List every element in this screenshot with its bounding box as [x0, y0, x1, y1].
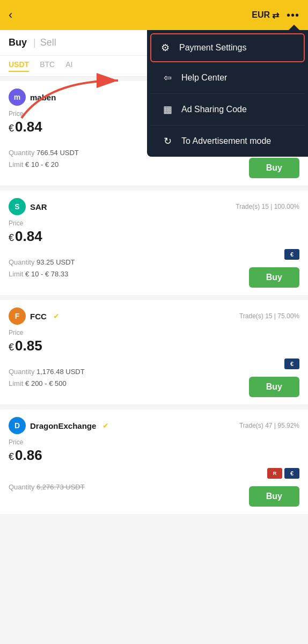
listing-info-maben: Quantity 766.54 USDT Limit € 10 - € 20 — [9, 147, 79, 171]
price-number-dragonexchange: 0.86 — [15, 447, 42, 464]
listing-info-dragonexchange: Quantity 6,276.73 USDT — [9, 481, 85, 493]
trade-stats-fcc: Trade(s) 15 | 75.00% — [239, 312, 299, 320]
listing-info-sar: Quantity 93.25 USDT Limit € 10 - € 78.33 — [9, 257, 75, 280]
tab-sell[interactable]: Sell — [40, 37, 63, 48]
listing-card-dragonexchange: D DragonExchange ✔ Trade(s) 47 | 95.92% … — [0, 409, 308, 515]
ad-sharing-label: Ad Sharing Code — [181, 105, 247, 114]
price-currency-sar: € — [9, 232, 14, 244]
payment-settings-icon: ⚙ — [159, 42, 172, 54]
currency-exchange-icon: ⇄ — [272, 10, 279, 20]
payment-euro-icon-sar: € — [284, 249, 299, 260]
trades-label-sar: Trade(s) 15 — [236, 203, 269, 210]
tab-buy[interactable]: Buy — [9, 37, 33, 48]
crypto-tab-btc[interactable]: BTC — [40, 60, 55, 72]
avatar-sar: S — [9, 198, 26, 215]
advertisement-mode-label: To Advertisement mode — [181, 136, 271, 146]
dropdown-menu[interactable]: ⚙ Payment Settings ⇦ Help Center ▦ Ad Sh… — [147, 30, 308, 157]
ad-sharing-icon: ▦ — [161, 104, 174, 115]
price-label-sar: Price — [9, 219, 299, 227]
username-dragonexchange: DragonExchange — [30, 421, 96, 430]
limit-maben: € 10 - € 20 — [25, 160, 58, 169]
menu-item-help-center[interactable]: ⇦ Help Center — [150, 62, 305, 94]
help-center-icon: ⇦ — [161, 72, 174, 84]
price-currency-maben: € — [9, 123, 14, 134]
trade-stats-dragonexchange: Trade(s) 47 | 95.92% — [239, 422, 299, 429]
avatar-maben: m — [9, 89, 26, 106]
payment-icons-sar: € — [284, 249, 299, 260]
crypto-tab-usdt[interactable]: USDT — [9, 60, 29, 72]
trades-value-dragonexchange: 95.92% — [277, 422, 299, 429]
username-fcc: FCC — [30, 312, 47, 321]
advertisement-mode-icon: ↻ — [161, 135, 174, 147]
trades-value-fcc: 75.00% — [277, 312, 299, 320]
payment-settings-label: Payment Settings — [179, 43, 246, 53]
price-currency-fcc: € — [9, 342, 14, 353]
currency-text: EUR — [252, 10, 270, 20]
quantity-maben: 766.54 USDT — [36, 149, 79, 157]
payment-euro-icon-fcc: € — [284, 358, 299, 369]
listing-info-fcc: Quantity 1,176.48 USDT Limit € 200 - € 5… — [9, 366, 85, 390]
quantity-dragonexchange: 6,276.73 USDT — [36, 483, 85, 491]
price-number-maben: 0.84 — [15, 119, 42, 135]
price-currency-dragonexchange: € — [9, 451, 14, 463]
payment-icons-dragonexchange: R € — [267, 468, 299, 479]
listing-card-fcc: F FCC ✔ Trade(s) 15 | 75.00% Price € 0.8… — [0, 300, 308, 405]
payment-bank-icon-dragonexchange: R — [267, 468, 282, 479]
price-value-dragonexchange: € 0.86 — [9, 447, 299, 464]
menu-item-advertisement-mode[interactable]: ↻ To Advertisement mode — [150, 126, 305, 157]
verified-icon-dragonexchange: ✔ — [102, 421, 109, 430]
buy-button-dragonexchange[interactable]: Buy — [249, 486, 299, 507]
header-right: EUR ⇄ ••• — [252, 9, 299, 21]
payment-icons-fcc: € — [284, 358, 299, 369]
user-info-maben: m maben — [9, 89, 56, 106]
buy-button-fcc[interactable]: Buy — [249, 377, 299, 397]
price-label-fcc: Price — [9, 329, 299, 336]
back-button[interactable]: ‹ — [9, 8, 12, 22]
quantity-fcc: 1,176.48 USDT — [36, 368, 85, 376]
price-value-sar: € 0.84 — [9, 228, 299, 245]
more-options-button[interactable]: ••• — [287, 9, 299, 21]
dropdown-arrow — [289, 25, 299, 30]
user-info-sar: S SAR — [9, 198, 47, 215]
tab-divider: | — [33, 37, 36, 48]
help-center-label: Help Center — [181, 73, 227, 83]
trades-value-sar: 100.00% — [274, 203, 299, 210]
menu-item-payment-settings[interactable]: ⚙ Payment Settings — [150, 33, 305, 62]
user-info-dragonexchange: D DragonExchange ✔ — [9, 417, 109, 434]
limit-fcc: € 200 - € 500 — [25, 379, 67, 387]
buy-button-sar[interactable]: Buy — [249, 267, 299, 288]
menu-item-ad-sharing-code[interactable]: ▦ Ad Sharing Code — [150, 94, 305, 126]
header-left: ‹ — [9, 8, 12, 22]
price-value-fcc: € 0.85 — [9, 338, 299, 354]
avatar-dragonexchange: D — [9, 417, 26, 434]
currency-label: EUR ⇄ — [252, 10, 279, 20]
crypto-tab-ai[interactable]: AI — [65, 60, 72, 72]
username-sar: SAR — [30, 202, 47, 211]
user-info-fcc: F FCC ✔ — [9, 308, 60, 325]
avatar-fcc: F — [9, 308, 26, 325]
trades-label-fcc: Trade(s) 15 — [239, 312, 273, 320]
trade-stats-sar: Trade(s) 15 | 100.00% — [236, 203, 299, 210]
payment-euro-icon-dragonexchange: € — [284, 468, 299, 479]
verified-icon-fcc: ✔ — [53, 312, 60, 320]
trades-label-dragonexchange: Trade(s) 47 — [239, 422, 273, 429]
quantity-sar: 93.25 USDT — [36, 258, 75, 266]
header: ‹ EUR ⇄ ••• — [0, 0, 308, 30]
price-number-fcc: 0.85 — [15, 338, 42, 354]
limit-sar: € 10 - € 78.33 — [25, 270, 68, 278]
price-label-dragonexchange: Price — [9, 438, 299, 446]
username-maben: maben — [30, 93, 56, 102]
listing-card-sar: S SAR Trade(s) 15 | 100.00% Price € 0.84… — [0, 191, 308, 296]
buy-button-maben[interactable]: Buy — [249, 158, 299, 178]
price-number-sar: 0.84 — [15, 228, 42, 245]
